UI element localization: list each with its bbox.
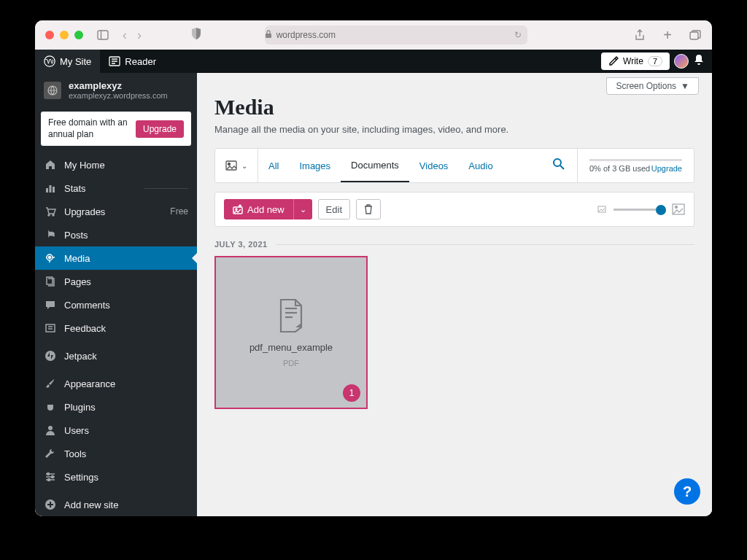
write-button[interactable]: Write 7 [601,52,670,70]
compose-icon [608,56,619,66]
svg-point-21 [48,426,53,430]
menu-upgrades[interactable]: UpgradesFree [35,200,197,223]
promo-text: Free domain with an annual plan [48,117,130,140]
menu-media[interactable]: Media [35,246,197,270]
avatar[interactable] [674,54,689,69]
filter-documents[interactable]: Documents [341,149,409,182]
admin-sidebar: examplexyz examplexyz.wordpress.com Free… [35,73,197,516]
my-site-label: My Site [60,56,91,67]
date-section-header: JULY 3, 2021 [214,240,694,249]
storage-meter: 0% of 3 GB used Upgrade [577,149,694,182]
privacy-shield-icon[interactable] [191,28,201,42]
media-item[interactable]: pdf_menu_example PDF 1 [214,256,368,409]
forward-button[interactable]: › [137,28,142,43]
menu-feedback[interactable]: Feedback [35,316,197,340]
reader-tab[interactable]: Reader [100,50,165,73]
menu-plugins[interactable]: Plugins [35,395,197,419]
svg-rect-0 [98,31,108,39]
media-source-dropdown[interactable]: ⌄ [215,149,258,182]
filter-audio[interactable]: Audio [458,149,503,182]
svg-rect-10 [46,188,48,192]
share-icon[interactable] [633,28,646,42]
site-switcher[interactable]: examplexyz examplexyz.wordpress.com [35,73,197,107]
filter-images[interactable]: Images [289,149,341,182]
close-window-icon[interactable] [45,31,54,39]
menu-add-site[interactable]: Add new site [35,493,197,516]
url-host: wordpress.com [276,30,336,40]
minimize-window-icon[interactable] [60,31,69,39]
sliders-icon [44,471,57,483]
menu-settings[interactable]: Settings [35,465,197,489]
my-site-tab[interactable]: My Site [35,50,100,73]
chevron-down-icon: ⌄ [241,162,247,170]
menu-my-home[interactable]: My Home [35,153,197,176]
browser-window: ‹ › wordpress.com ↻ + My Site [35,20,712,516]
write-label: Write [623,56,643,66]
svg-rect-3 [690,32,698,39]
edit-button[interactable]: Edit [318,199,350,219]
menu-posts[interactable]: Posts [35,223,197,246]
delete-button[interactable] [356,199,381,219]
svg-rect-17 [46,324,55,332]
screen-options-toggle[interactable]: Screen Options ▼ [606,77,699,95]
plug-icon [44,401,57,413]
menu-users[interactable]: Users [35,419,197,442]
menu-jetpack[interactable]: Jetpack [35,344,197,368]
sidebar-toggle-icon[interactable] [96,28,109,42]
comment-icon [44,299,57,311]
maximize-window-icon[interactable] [74,31,83,39]
media-action-bar: Add new ⌄ Edit [214,192,694,227]
home-icon [44,159,57,171]
new-tab-icon[interactable]: + [661,28,674,42]
svg-point-25 [47,473,50,475]
svg-point-27 [48,479,50,481]
slider-track[interactable] [614,209,665,211]
promo-upgrade-button[interactable]: Upgrade [136,120,184,138]
menu-appearance[interactable]: Appearance [35,372,197,395]
reader-label: Reader [125,56,156,67]
help-icon: ? [683,483,692,500]
upload-icon [233,204,243,214]
tabs-overview-icon[interactable] [689,28,702,42]
filter-videos[interactable]: Videos [409,149,459,182]
notification-bell-icon[interactable] [693,54,705,69]
toolbar-right: + [633,28,702,42]
media-filter-bar: ⌄ All Images Documents Videos Audio [214,148,694,183]
media-filetype: PDF [283,359,299,368]
svg-point-31 [228,163,231,166]
browser-toolbar: ‹ › wordpress.com ↻ + [35,20,712,50]
add-new-button[interactable]: Add new [224,199,293,219]
upgrade-promo: Free domain with an annual plan Upgrade [41,112,191,146]
refresh-icon[interactable]: ↻ [514,30,527,40]
menu-comments[interactable]: Comments [35,293,197,316]
svg-point-32 [554,159,561,166]
storage-upgrade-link[interactable]: Upgrade [651,164,682,173]
menu-stats[interactable]: Stats [35,176,197,200]
content-area: Screen Options ▼ Media Manage all the me… [197,73,712,516]
page-description: Manage all the media on your site, inclu… [197,124,712,148]
svg-point-26 [52,476,54,478]
site-url: examplexyz.wordpress.com [69,91,168,100]
wrench-icon [44,448,57,459]
thumbnail-size-slider [597,203,685,215]
svg-point-14 [53,214,54,216]
window-controls [45,31,83,39]
image-small-icon [597,206,606,213]
back-button[interactable]: ‹ [123,28,127,43]
jetpack-icon [44,350,57,362]
add-new-dropdown[interactable]: ⌄ [293,199,312,219]
svg-point-35 [236,209,237,210]
help-button[interactable]: ? [674,478,700,505]
url-bar[interactable]: wordpress.com ↻ [265,26,527,44]
image-icon [225,160,237,171]
filter-all[interactable]: All [258,149,289,182]
menu-pages[interactable]: Pages [35,270,197,293]
trash-icon [364,204,373,214]
svg-point-38 [676,206,678,209]
slider-thumb[interactable] [656,205,666,215]
wp-main: examplexyz examplexyz.wordpress.com Free… [35,73,712,516]
menu-tools[interactable]: Tools [35,442,197,465]
search-button[interactable] [541,158,577,174]
svg-point-15 [49,257,51,259]
user-icon [44,424,57,436]
